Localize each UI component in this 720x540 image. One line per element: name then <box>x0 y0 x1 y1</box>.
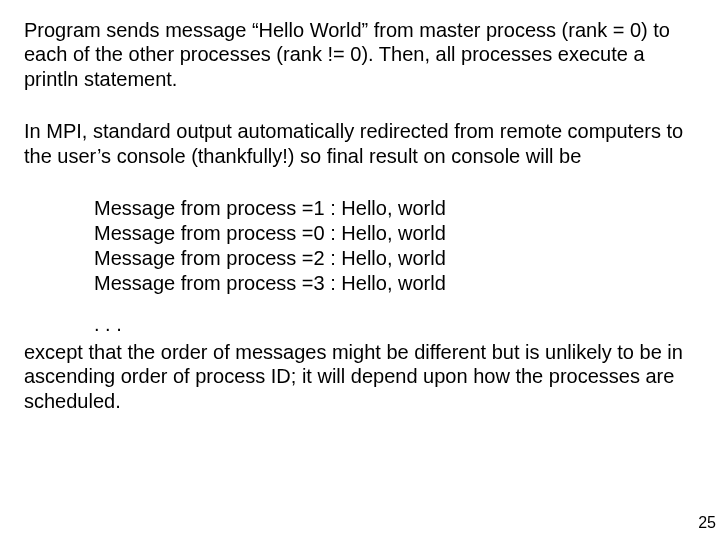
paragraph-intro: Program sends message “Hello World” from… <box>24 18 696 91</box>
paragraph-closing: except that the order of messages might … <box>24 340 696 413</box>
ellipsis: . . . <box>94 314 696 334</box>
console-output-block: Message from process =1 : Hello, world M… <box>94 196 696 296</box>
console-line: Message from process =0 : Hello, world <box>94 221 696 246</box>
console-line: Message from process =2 : Hello, world <box>94 246 696 271</box>
console-line: Message from process =1 : Hello, world <box>94 196 696 221</box>
slide: Program sends message “Hello World” from… <box>0 0 720 540</box>
page-number: 25 <box>698 514 716 532</box>
console-line: Message from process =3 : Hello, world <box>94 271 696 296</box>
paragraph-mpi-output: In MPI, standard output automatically re… <box>24 119 696 168</box>
